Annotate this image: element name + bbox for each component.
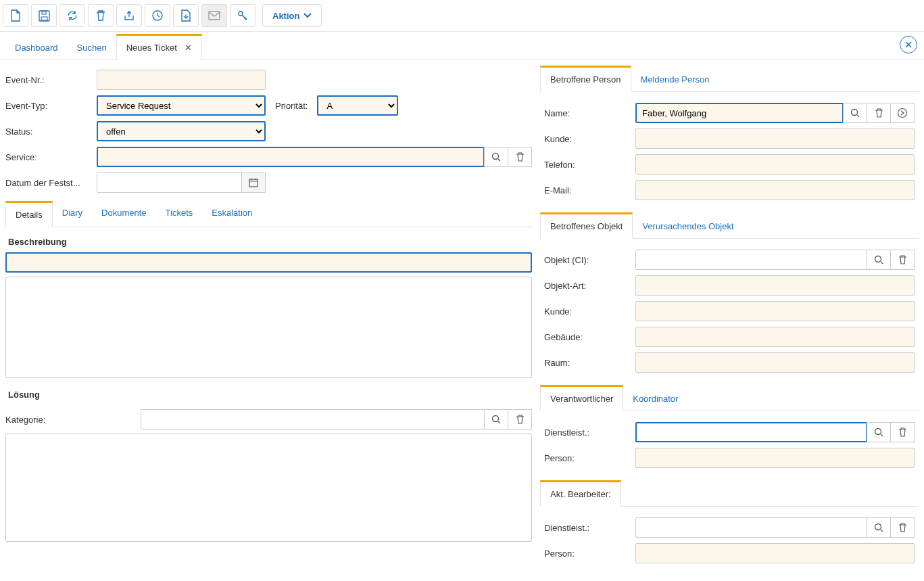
beschreibung-body-field[interactable]: [5, 277, 532, 378]
save-icon: [39, 10, 50, 22]
datum-picker-button[interactable]: [241, 172, 266, 193]
export-button[interactable]: [116, 4, 142, 27]
status-label: Status:: [5, 126, 97, 137]
tab-dashboard[interactable]: Dashboard: [5, 36, 68, 60]
subtab-tickets[interactable]: Tickets: [156, 201, 203, 227]
trash-icon: [898, 523, 907, 533]
person-name-goto-button[interactable]: [890, 103, 915, 123]
datum-field[interactable]: [97, 172, 242, 193]
mail-icon: [208, 11, 220, 20]
service-clear-button[interactable]: [508, 147, 532, 167]
status-select[interactable]: offen: [97, 121, 266, 141]
save-button[interactable]: [31, 4, 57, 27]
trash-icon: [95, 9, 106, 22]
subtab-diary[interactable]: Diary: [53, 201, 92, 227]
panel-objekt: Betroffenes Objekt Verursachendes Objekt…: [540, 212, 919, 381]
refresh-button[interactable]: [59, 4, 85, 27]
tab-suchen[interactable]: Suchen: [68, 36, 116, 60]
verantw-person-label: Person:: [544, 453, 635, 463]
bearb-dienstleist-label: Dienstleist.:: [544, 523, 635, 533]
ptab-betroffenes-objekt[interactable]: Betroffenes Objekt: [540, 212, 633, 239]
subtab-eskalation[interactable]: Eskalation: [202, 201, 262, 227]
bearb-dienstleist-field[interactable]: [635, 517, 867, 538]
person-email-label: E-Mail:: [544, 185, 635, 195]
verantw-dienstleist-field[interactable]: [635, 422, 867, 442]
trash-icon: [516, 415, 525, 425]
trash-icon: [898, 255, 907, 265]
objekt-ci-field[interactable]: [635, 250, 867, 270]
kategorie-label: Kategorie:: [5, 415, 141, 425]
key-icon: [237, 9, 249, 22]
search-icon: [491, 152, 501, 162]
svg-rect-0: [39, 11, 49, 21]
ptab-verantwortlicher[interactable]: Verantwortlicher: [540, 385, 623, 411]
close-icon[interactable]: ✕: [185, 43, 192, 53]
panel-verantwortlicher: Verantwortlicher Koordinator Dienstleist…: [540, 385, 919, 476]
verantw-dienstleist-search-button[interactable]: [867, 422, 891, 442]
right-pane: Betroffene Person Meldende Person Name:: [540, 66, 919, 576]
kategorie-field[interactable]: [141, 409, 485, 429]
svg-point-10: [898, 109, 907, 118]
left-pane: Event-Nr.: Event-Typ: Service Request Pr…: [5, 66, 532, 576]
service-field[interactable]: [97, 147, 485, 167]
svg-point-11: [875, 256, 881, 262]
tab-neues-ticket[interactable]: Neues Ticket ✕: [116, 34, 203, 60]
bearb-dienstleist-search-button[interactable]: [867, 517, 891, 538]
kategorie-clear-button[interactable]: [508, 409, 532, 429]
permissions-button[interactable]: [230, 4, 256, 27]
ptab-verursachendes-objekt[interactable]: Verursachendes Objekt: [633, 214, 743, 238]
verantw-dienstleist-clear-button[interactable]: [890, 422, 915, 442]
pdf-button[interactable]: [173, 4, 199, 27]
ptab-koordinator[interactable]: Koordinator: [623, 387, 687, 411]
verantw-person-field[interactable]: [635, 448, 915, 468]
close-all-tabs-button[interactable]: [900, 36, 917, 53]
export-icon: [123, 9, 135, 22]
ptab-betroffene-person[interactable]: Betroffene Person: [540, 66, 631, 92]
loesung-body-field[interactable]: [5, 434, 532, 542]
objekt-kunde-field[interactable]: [635, 301, 915, 321]
panel-bearbeiter: Akt. Bearbeiter: Dienstleist.:: [540, 480, 919, 572]
kategorie-search-button[interactable]: [484, 409, 508, 429]
objekt-raum-field[interactable]: [635, 352, 915, 373]
search-icon: [874, 427, 883, 437]
ptab-meldende-person[interactable]: Meldende Person: [631, 68, 719, 91]
event-typ-select[interactable]: Service Request: [97, 95, 266, 116]
subtab-details[interactable]: Details: [5, 201, 53, 227]
svg-rect-4: [209, 11, 220, 20]
refresh-icon: [66, 9, 78, 22]
person-name-field[interactable]: [635, 103, 844, 123]
panel-person: Betroffene Person Meldende Person Name:: [540, 66, 919, 208]
delete-button[interactable]: [88, 4, 114, 27]
aktion-label: Aktion: [272, 11, 299, 21]
objekt-kunde-label: Kunde:: [544, 306, 635, 317]
objekt-art-field[interactable]: [635, 275, 915, 296]
objekt-ci-search-button[interactable]: [867, 250, 891, 270]
person-name-label: Name:: [544, 108, 635, 118]
person-telefon-field[interactable]: [635, 154, 915, 175]
bearb-person-field[interactable]: [635, 543, 915, 563]
person-name-clear-button[interactable]: [867, 103, 891, 123]
person-kunde-field[interactable]: [635, 129, 915, 149]
beschreibung-subject-field[interactable]: [5, 252, 532, 273]
new-button[interactable]: [3, 4, 28, 27]
history-button[interactable]: [145, 4, 170, 27]
person-name-search-button[interactable]: [843, 103, 867, 123]
event-nr-field[interactable]: [97, 70, 266, 90]
person-email-field[interactable]: [635, 180, 915, 200]
file-icon: [10, 9, 21, 22]
search-icon: [874, 255, 883, 264]
svg-point-8: [493, 416, 499, 422]
objekt-ci-clear-button[interactable]: [890, 250, 915, 270]
chevron-down-icon: [303, 13, 312, 18]
prioritaet-select[interactable]: A: [317, 95, 398, 116]
trash-icon: [898, 427, 907, 438]
bearb-dienstleist-clear-button[interactable]: [890, 517, 915, 538]
svg-rect-7: [249, 179, 258, 187]
search-icon: [874, 523, 883, 532]
subtab-dokumente[interactable]: Dokumente: [92, 201, 155, 227]
aktion-menu-button[interactable]: Aktion: [262, 4, 322, 27]
objekt-gebaeude-field[interactable]: [635, 327, 915, 347]
service-search-button[interactable]: [484, 147, 508, 167]
content: Event-Nr.: Event-Typ: Service Request Pr…: [0, 60, 924, 581]
service-label: Service:: [5, 152, 97, 162]
